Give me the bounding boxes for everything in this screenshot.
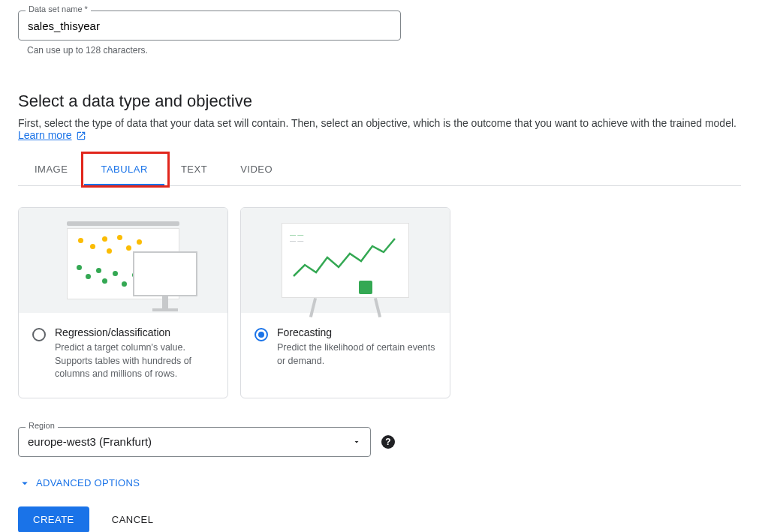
- card-forecasting[interactable]: — — — — Forecasting Predict the likeliho…: [240, 207, 450, 398]
- regression-title: Regression/classification: [55, 326, 214, 338]
- forecasting-line-icon: [282, 224, 410, 299]
- dataset-name-input[interactable]: [18, 11, 401, 41]
- action-buttons: CREATE CANCEL: [18, 506, 741, 533]
- tab-image[interactable]: IMAGE: [18, 155, 84, 185]
- region-value: europe-west3 (Frankfurt): [28, 435, 152, 448]
- regression-radio[interactable]: [32, 328, 46, 341]
- dataset-name-label: Data set name *: [26, 5, 91, 14]
- advanced-options-toggle[interactable]: ADVANCED OPTIONS: [18, 476, 741, 490]
- regression-desc: Predict a target column's value. Support…: [55, 341, 214, 381]
- forecasting-thumbnail: — — — —: [241, 208, 450, 313]
- section-description-text: First, select the type of data that your…: [18, 117, 736, 129]
- section-title: Select a data type and objective: [18, 92, 741, 111]
- learn-more-link[interactable]: Learn more: [18, 129, 72, 141]
- dataset-name-field: Data set name *: [18, 11, 741, 41]
- region-field: Region europe-west3 (Frankfurt) ?: [18, 427, 741, 457]
- tab-tabular[interactable]: TABULAR: [84, 155, 164, 186]
- forecasting-radio[interactable]: [255, 328, 268, 341]
- region-label: Region: [26, 421, 58, 430]
- region-help-icon[interactable]: ?: [381, 435, 395, 449]
- data-type-tabs: IMAGE TABULAR TEXT VIDEO: [18, 155, 741, 186]
- advanced-options-label: ADVANCED OPTIONS: [36, 477, 140, 488]
- card-regression[interactable]: Regression/classification Predict a targ…: [18, 207, 228, 398]
- dataset-name-helper: Can use up to 128 characters.: [27, 45, 741, 56]
- chevron-down-icon: [18, 476, 32, 490]
- tab-text[interactable]: TEXT: [164, 155, 224, 185]
- objective-cards: Regression/classification Predict a targ…: [18, 207, 741, 398]
- region-select[interactable]: europe-west3 (Frankfurt): [18, 427, 371, 457]
- forecasting-desc: Predict the likelihood of certain events…: [277, 341, 436, 368]
- tab-video[interactable]: VIDEO: [224, 155, 289, 185]
- forecasting-title: Forecasting: [277, 326, 436, 338]
- create-button[interactable]: CREATE: [18, 506, 89, 533]
- external-link-icon: [76, 131, 86, 141]
- cancel-button[interactable]: CANCEL: [107, 513, 158, 526]
- regression-thumbnail: [19, 208, 227, 313]
- dropdown-icon: [352, 437, 361, 446]
- section-description: First, select the type of data that your…: [18, 117, 741, 141]
